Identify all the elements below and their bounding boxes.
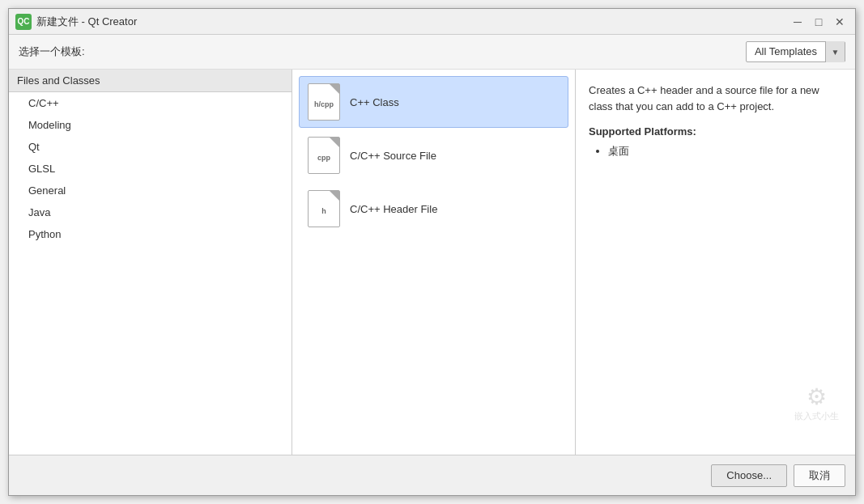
watermark-icon: ⚙ <box>794 383 839 410</box>
category-item-glsl[interactable]: GLSL <box>9 158 292 180</box>
choose-button[interactable]: Choose... <box>711 464 787 487</box>
toolbar-label: 选择一个模板: <box>19 44 85 59</box>
watermark-text: 嵌入式小生 <box>794 411 839 421</box>
template-panel: h/cppC++ ClasscppC/C++ Source FilehC/C++… <box>292 70 576 455</box>
watermark: ⚙ 嵌入式小生 <box>794 383 839 422</box>
description-panel: Creates a C++ header and a source file f… <box>576 70 855 455</box>
template-filter-dropdown[interactable]: All Templates ▼ <box>746 41 845 62</box>
file-icon-cpp-source: cpp <box>308 137 340 174</box>
category-item-general[interactable]: General <box>9 180 292 201</box>
platforms-header: Supported Platforms: <box>589 125 842 138</box>
category-item-files-and-classes[interactable]: Files and Classes <box>9 70 292 92</box>
template-item-cpp-source[interactable]: cppC/C++ Source File <box>299 129 568 181</box>
platform-list: 桌面 <box>589 144 842 159</box>
maximize-button[interactable]: □ <box>810 13 828 31</box>
platform-item: 桌面 <box>608 144 842 159</box>
template-name-cpp-header: C/C++ Header File <box>350 203 437 215</box>
app-icon: QC <box>15 14 32 30</box>
template-icon-cpp-header: h <box>308 190 340 227</box>
description-text: Creates a C++ header and a source file f… <box>589 83 842 114</box>
title-bar: QC 新建文件 - Qt Creator ─ □ ✕ <box>9 9 855 35</box>
category-item-cpp[interactable]: C/C++ <box>9 92 292 114</box>
close-button[interactable]: ✕ <box>831 13 849 31</box>
template-item-cpp-class[interactable]: h/cppC++ Class <box>299 76 568 128</box>
cancel-button[interactable]: 取消 <box>794 464 845 487</box>
category-item-qt[interactable]: Qt <box>9 136 292 158</box>
template-name-cpp-class: C++ Class <box>350 96 399 108</box>
category-panel: Files and ClassesC/C++ModelingQtGLSLGene… <box>9 70 292 455</box>
file-icon-cpp-class: h/cpp <box>308 83 340 121</box>
template-icon-cpp-class: h/cpp <box>308 83 340 121</box>
main-window: QC 新建文件 - Qt Creator ─ □ ✕ 选择一个模板: All T… <box>8 8 856 496</box>
toolbar: 选择一个模板: All Templates ▼ <box>9 35 855 70</box>
template-name-cpp-source: C/C++ Source File <box>350 150 436 162</box>
footer: Choose... 取消 <box>9 455 855 495</box>
dropdown-arrow-icon: ▼ <box>825 41 845 62</box>
category-item-python[interactable]: Python <box>9 223 292 245</box>
file-icon-cpp-header: h <box>308 190 340 227</box>
category-item-java[interactable]: Java <box>9 201 292 223</box>
dropdown-text: All Templates <box>747 41 825 62</box>
category-item-modeling[interactable]: Modeling <box>9 114 292 136</box>
template-icon-cpp-source: cpp <box>308 137 340 174</box>
window-controls: ─ □ ✕ <box>789 13 849 31</box>
window-title: 新建文件 - Qt Creator <box>36 15 789 29</box>
minimize-button[interactable]: ─ <box>789 13 807 31</box>
template-item-cpp-header[interactable]: hC/C++ Header File <box>299 183 568 235</box>
main-content: Files and ClassesC/C++ModelingQtGLSLGene… <box>9 70 855 455</box>
